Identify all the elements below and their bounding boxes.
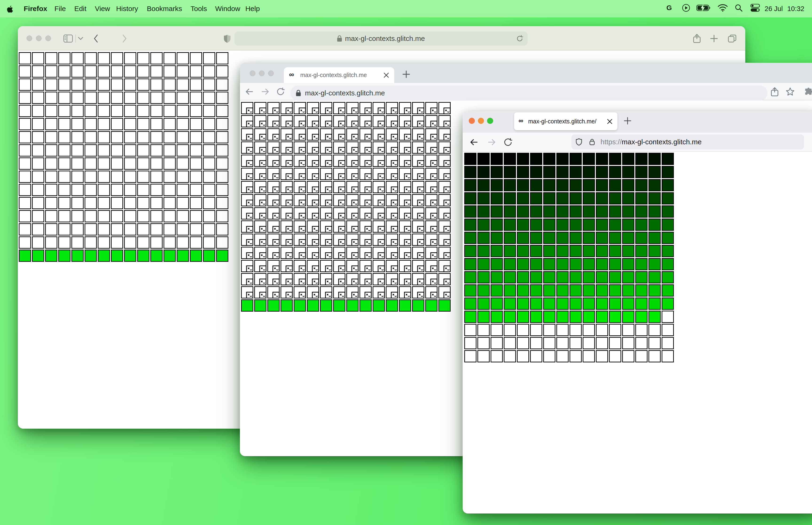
webgl-canvas-cell [307,299,319,312]
webgl-canvas-cell [373,115,385,127]
minimize-button[interactable] [36,35,42,41]
menu-item-tools[interactable]: Tools [190,5,207,13]
webgl-canvas-cell [320,207,332,220]
close-tab-icon[interactable] [383,72,389,78]
sad-canvas-face-icon [334,247,345,258]
reload-icon[interactable] [276,87,285,96]
menu-item-firefox[interactable]: Firefox [24,5,47,13]
forward-icon[interactable] [261,87,269,96]
menu-bar-time[interactable]: 10:32 [787,5,805,13]
play-circle-icon[interactable] [682,4,690,14]
sad-canvas-face-icon [439,287,450,298]
chevron-down-icon[interactable] [78,37,83,40]
chrome-active-tab[interactable]: ∞ max-gl-contexts.glitch.me [284,67,394,83]
sad-canvas-face-icon [386,274,397,285]
webgl-canvas-cell [124,144,136,156]
reload-icon[interactable] [516,35,523,42]
sad-canvas-face-icon [242,116,252,127]
webgl-canvas-cell [190,78,202,91]
new-tab-plus-icon[interactable] [624,117,631,124]
google-g-icon[interactable]: G [665,4,673,14]
sad-canvas-face-icon [281,287,292,298]
webgl-canvas-cell [583,258,595,270]
webgl-canvas-cell [307,260,319,272]
firefox-url-bar[interactable]: https://max-gl-contexts.glitch.me [571,134,804,149]
webgl-canvas-cell [386,181,398,193]
menu-item-help[interactable]: Help [245,5,260,13]
webgl-canvas-cell [425,273,438,285]
sidebar-icon[interactable] [63,34,73,43]
apple-menu[interactable] [7,4,13,13]
safari-url-field[interactable]: max-gl-contexts.glitch.me [234,31,528,46]
menu-item-view[interactable]: View [95,5,110,13]
back-icon[interactable] [93,34,98,43]
search-icon[interactable] [735,4,743,14]
webgl-canvas-cell [464,311,476,323]
back-icon[interactable] [245,87,254,96]
back-icon[interactable] [470,138,478,146]
new-tab-plus-icon[interactable] [402,71,410,78]
webgl-canvas-cell [150,184,163,196]
control-center-icon[interactable] [750,4,760,14]
close-button[interactable] [250,71,256,76]
bookmark-star-icon[interactable] [786,87,794,96]
webgl-canvas-cell [491,166,503,178]
sad-canvas-face-icon [255,195,266,206]
zoom-button[interactable] [487,118,493,124]
webgl-canvas-cell [280,286,293,298]
webgl-canvas-cell [504,232,516,244]
extensions-puzzle-icon[interactable] [804,88,812,96]
webgl-canvas-cell [216,105,228,117]
webgl-canvas-cell [662,219,674,231]
menu-item-file[interactable]: File [55,5,66,13]
share-icon[interactable] [771,87,779,96]
webgl-canvas-cell [98,197,110,209]
lock-icon [337,35,342,42]
webgl-canvas-cell [635,271,647,283]
share-icon[interactable] [693,34,701,43]
minimize-button[interactable] [259,71,264,76]
webgl-canvas-cell [333,155,346,167]
webgl-canvas-cell [373,286,385,298]
webgl-canvas-cell [203,223,215,236]
sad-canvas-face-icon [347,182,358,193]
menu-item-edit[interactable]: Edit [74,5,87,13]
wifi-icon[interactable] [718,4,727,13]
sad-canvas-face-icon [400,274,411,285]
forward-icon[interactable] [122,34,127,43]
webgl-canvas-cell [333,221,346,232]
webgl-canvas-cell [359,299,372,312]
sad-canvas-face-icon [334,208,345,219]
firefox-active-tab[interactable]: ∞ max-gl-contexts.glitch.me/ [514,112,617,130]
menu-item-bookmarks[interactable]: Bookmarks [147,5,182,13]
webgl-canvas-cell [359,128,372,140]
privacy-shield-icon[interactable] [223,34,231,43]
webgl-canvas-cell [333,273,346,285]
sad-canvas-face-icon [426,168,437,179]
webgl-canvas-cell [111,78,123,91]
zoom-button[interactable] [45,35,51,41]
close-tab-icon[interactable] [607,119,612,124]
battery-charging-icon[interactable] [696,4,711,13]
minimize-button[interactable] [478,118,484,124]
new-tab-plus-icon[interactable] [710,35,718,42]
webgl-canvas-cell [307,128,319,140]
menu-item-history[interactable]: History [116,5,138,13]
webgl-canvas-cell [72,118,83,130]
menu-bar-date[interactable]: 26 Jul [765,5,783,13]
reload-icon[interactable] [504,138,512,146]
webgl-canvas-cell [464,232,476,244]
sad-canvas-face-icon [242,155,252,166]
close-button[interactable] [469,118,475,124]
zoom-button[interactable] [268,71,274,76]
webgl-canvas-cell [45,210,57,222]
menu-item-window[interactable]: Window [215,5,240,13]
webgl-canvas-cell [280,207,293,220]
chrome-url-bar[interactable]: max-gl-contexts.glitch.me [290,86,767,101]
tab-overview-icon[interactable] [728,34,736,43]
webgl-canvas-cell [45,52,57,64]
webgl-canvas-cell [346,155,358,167]
forward-icon[interactable] [487,138,496,146]
close-button[interactable] [27,35,32,41]
webgl-canvas-cell [412,168,424,180]
